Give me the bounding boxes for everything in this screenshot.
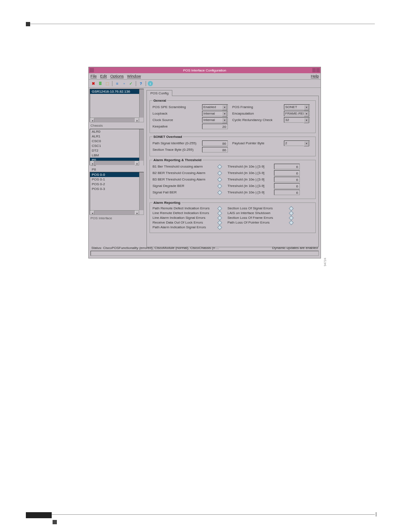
list-item[interactable]: POS 0-3 [90, 187, 143, 191]
check-lrdi[interactable] [217, 211, 222, 215]
scroll-right-icon[interactable]: ▸ [135, 211, 139, 215]
lbl-ppb: Payload Pointer Byte [232, 141, 284, 145]
lbl-keepalive: Keepalive [153, 124, 202, 128]
check-b3[interactable] [217, 177, 222, 182]
module-list[interactable]: ALR0ALR1CSC0CSC1DT2LBMP0P6P8PSM1 ◂ ▸ [90, 129, 144, 165]
lbl-slof: Section Loss Of Frame Errors [227, 216, 288, 220]
check-lais[interactable] [217, 215, 222, 220]
check-sd[interactable] [217, 184, 222, 188]
list-item[interactable]: GSR12416-10.76.82.136 [90, 89, 143, 94]
scroll-right-icon[interactable]: ▸ [135, 118, 139, 122]
lbl-thr3: Threshold (in 10e-) [3-9] [227, 177, 274, 181]
dd-ppb[interactable]: 2 [284, 140, 310, 146]
scrollbar-horizontal[interactable]: ◂ ▸ [90, 210, 139, 215]
lbl-thr5: Threshold (in 10e-) [3-9] [227, 190, 274, 194]
scroll-left-icon[interactable]: ◂ [90, 211, 94, 215]
scroll-left-icon[interactable]: ◂ [90, 161, 94, 165]
check-rdol[interactable] [217, 220, 222, 225]
tf-stb[interactable]: 86 [202, 147, 228, 152]
scrollbar-vertical[interactable] [139, 172, 143, 210]
list-item[interactable]: DT2 [90, 148, 143, 153]
scrollbar-vertical[interactable] [139, 89, 143, 118]
check-slos[interactable] [289, 206, 293, 211]
lbl-stb: Section Trace Byte (0-255) [153, 148, 202, 152]
legend-sonet: SONET Overhead [153, 135, 183, 139]
menu-window[interactable]: Window [127, 74, 141, 78]
check-icon[interactable]: ✓ [128, 81, 134, 87]
lbl-lais: Line Alarm Indication Signal Errors [153, 216, 216, 220]
legend-alarm: Alarm Reporting [153, 201, 181, 205]
figure-number: 94724 [324, 258, 327, 266]
dd-crc[interactable]: 32 [284, 117, 310, 123]
pos-list[interactable]: POS 0-0POS 0-1POS 0-2POS 0-3 ◂ ▸ [90, 172, 144, 215]
chassis-list[interactable]: GSR12416-10.76.82.136 ◂ ▸ [90, 89, 144, 122]
menu-file[interactable]: File [90, 74, 97, 78]
menubar: File Edit Options Window Help [89, 73, 321, 80]
menu-edit[interactable]: Edit [100, 74, 107, 78]
lbl-b1: B1 Ber Threshold crossing alarm [153, 165, 216, 168]
dd-encap[interactable]: FRAME-REL [284, 111, 310, 116]
check-plop[interactable] [289, 220, 293, 225]
page-rule-bottom [26, 514, 375, 515]
lbl-b3: B3 BER Threshold Crossing Alarm [153, 177, 216, 181]
list-item[interactable]: POS 0-2 [90, 182, 143, 187]
page-rule-top [26, 24, 375, 24]
check-slof[interactable] [289, 215, 293, 220]
minimize-icon[interactable] [312, 68, 316, 72]
info-icon[interactable]: i [148, 81, 153, 86]
lbl-prdi: Path Remote Defect Indication Errors [153, 206, 216, 210]
tf-thr3[interactable]: 6 [274, 177, 300, 182]
list-item[interactable]: POS 0-0 [90, 172, 143, 177]
check-sf[interactable] [217, 190, 222, 195]
check-b1[interactable] [217, 164, 222, 169]
tf-thr5[interactable]: 6 [274, 190, 300, 195]
dd-framing[interactable]: SONET [284, 104, 310, 110]
check-laisis[interactable] [289, 211, 293, 215]
list-item[interactable]: ALR1 [90, 134, 143, 139]
tool-icon-1[interactable]: ✖ [90, 81, 97, 87]
window-title: POS Interface Configuration [183, 68, 226, 72]
titlebar: POS Interface Configuration [89, 67, 321, 73]
list-item[interactable]: CSC0 [90, 139, 143, 143]
check-prdi[interactable] [217, 206, 222, 211]
tf-psi[interactable]: 86 [202, 140, 228, 146]
menu-options[interactable]: Options [110, 74, 124, 78]
list-icon[interactable]: ≡ [114, 81, 120, 87]
save-icon[interactable]: ▫ [121, 81, 127, 87]
lbl-b2: B2 BER Threshold Crossing Alarm [153, 171, 216, 175]
scrollbar-horizontal[interactable]: ◂ ▸ [90, 118, 139, 122]
list-item[interactable]: ALR0 [90, 129, 143, 134]
dd-clock[interactable]: Internal [202, 117, 228, 123]
tool-icon-2[interactable]: ≣ [97, 81, 103, 87]
tf-thr4[interactable]: 6 [274, 183, 300, 189]
list-item[interactable]: P8 [90, 167, 143, 172]
lbl-clock: Clock Source [153, 118, 202, 122]
toolbar-separator [136, 81, 136, 86]
tf-keepalive[interactable]: 20 [202, 124, 228, 129]
scroll-right-icon[interactable]: ▸ [135, 161, 139, 165]
page-corner-br [376, 512, 377, 516]
list-item[interactable]: LBM [90, 153, 143, 158]
tf-thr2[interactable]: 6 [274, 170, 300, 176]
dd-spe[interactable]: Enabled [202, 104, 228, 110]
dialog-window: POS Interface Configuration File Edit Op… [88, 67, 321, 258]
scroll-corner [139, 118, 143, 122]
scrollbar-horizontal[interactable]: ◂ ▸ [90, 161, 139, 165]
tool-icon-3[interactable]: ⬚ [104, 81, 110, 87]
help-icon[interactable]: ? [138, 81, 144, 87]
scroll-left-icon[interactable]: ◂ [90, 118, 94, 122]
maximize-icon[interactable] [316, 68, 320, 72]
lbl-slos: Section Loss Of Signal Errors [227, 206, 288, 210]
tf-thr1[interactable]: 6 [274, 164, 300, 169]
dd-loopback[interactable]: Internal [202, 111, 228, 116]
scrollbar-vertical[interactable] [139, 129, 143, 161]
tab-pos-config[interactable]: POS Config [146, 90, 172, 96]
list-item[interactable]: POS 0-1 [90, 177, 143, 182]
check-b2[interactable] [217, 171, 222, 175]
fieldset-sonet: SONET Overhead Path Signal Identifier (0… [149, 135, 316, 156]
window-menu-icon[interactable] [90, 68, 94, 72]
menu-help[interactable]: Help [311, 74, 319, 78]
list-item[interactable]: CSC1 [90, 143, 143, 148]
toolbar-separator [112, 81, 112, 86]
check-pais[interactable] [217, 225, 222, 230]
